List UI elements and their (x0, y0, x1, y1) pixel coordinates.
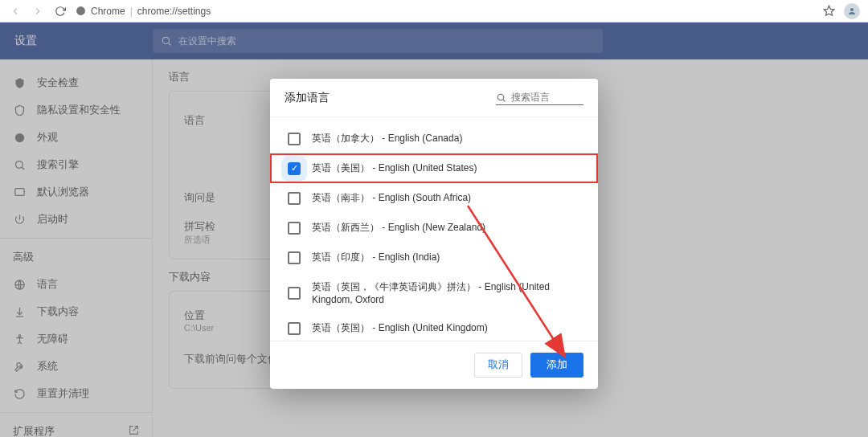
language-label: 英语（南非） - English (South Africa) (312, 191, 471, 205)
back-button[interactable] (8, 4, 23, 18)
svg-marker-1 (824, 6, 834, 15)
language-list[interactable]: 英语（加拿大） - English (Canada)✓英语（美国） - Engl… (270, 116, 598, 341)
svg-line-13 (503, 100, 505, 101)
add-language-dialog: 添加语言 英语（加拿大） - English (Canada)✓英语（美国） -… (270, 79, 598, 389)
profile-avatar[interactable] (844, 3, 860, 19)
dialog-search[interactable] (496, 90, 583, 105)
language-label: 英语（英国，《牛津英语词典》拼法） - English (United King… (312, 280, 580, 305)
svg-point-0 (76, 6, 85, 15)
add-button[interactable]: 添加 (530, 353, 583, 378)
language-option[interactable]: 英语（新西兰） - English (New Zealand) (270, 213, 598, 243)
svg-point-2 (850, 8, 854, 11)
language-option[interactable]: 英语（南非） - English (South Africa) (270, 183, 598, 213)
dialog-title: 添加语言 (285, 91, 330, 105)
dialog-footer: 取消 添加 (270, 341, 598, 389)
modal-backdrop: 添加语言 英语（加拿大） - English (Canada)✓英语（美国） -… (0, 22, 868, 437)
language-option[interactable]: 英语（英国） - English (United Kingdom) (270, 313, 598, 341)
cancel-button[interactable]: 取消 (474, 353, 522, 378)
language-option[interactable]: 英语（加拿大） - English (Canada) (270, 124, 598, 153)
search-icon (496, 92, 506, 103)
checkbox-icon[interactable] (288, 192, 301, 205)
language-label: 英语（印度） - English (India) (312, 251, 440, 264)
language-option[interactable]: ✓英语（美国） - English (United States) (270, 153, 598, 183)
site-name: Chrome (91, 6, 125, 17)
star-icon[interactable] (821, 4, 836, 18)
checkbox-icon[interactable] (288, 133, 301, 145)
language-label: 英语（新西兰） - English (New Zealand) (312, 221, 485, 235)
checkbox-checked-icon[interactable]: ✓ (288, 162, 301, 175)
checkbox-icon[interactable] (288, 287, 301, 300)
checkbox-icon[interactable] (288, 251, 301, 264)
forward-button[interactable] (31, 4, 45, 18)
url-text: chrome://settings (137, 6, 211, 17)
checkbox-icon[interactable] (288, 322, 301, 335)
browser-toolbar: Chrome | chrome://settings (0, 0, 868, 22)
dialog-header: 添加语言 (270, 79, 598, 116)
language-option[interactable]: 英语（英国，《牛津英语词典》拼法） - English (United King… (270, 272, 598, 313)
language-option[interactable]: 英语（印度） - English (India) (270, 243, 598, 272)
dialog-search-input[interactable] (511, 92, 583, 103)
address-bar[interactable]: Chrome | chrome://settings (76, 6, 211, 17)
language-label: 英语（美国） - English (United States) (312, 161, 477, 175)
language-label: 英语（英国） - English (United Kingdom) (312, 321, 488, 335)
divider: | (130, 6, 133, 17)
svg-point-12 (497, 94, 504, 100)
reload-button[interactable] (53, 4, 68, 18)
language-label: 英语（加拿大） - English (Canada) (312, 132, 462, 145)
checkbox-icon[interactable] (288, 222, 301, 235)
